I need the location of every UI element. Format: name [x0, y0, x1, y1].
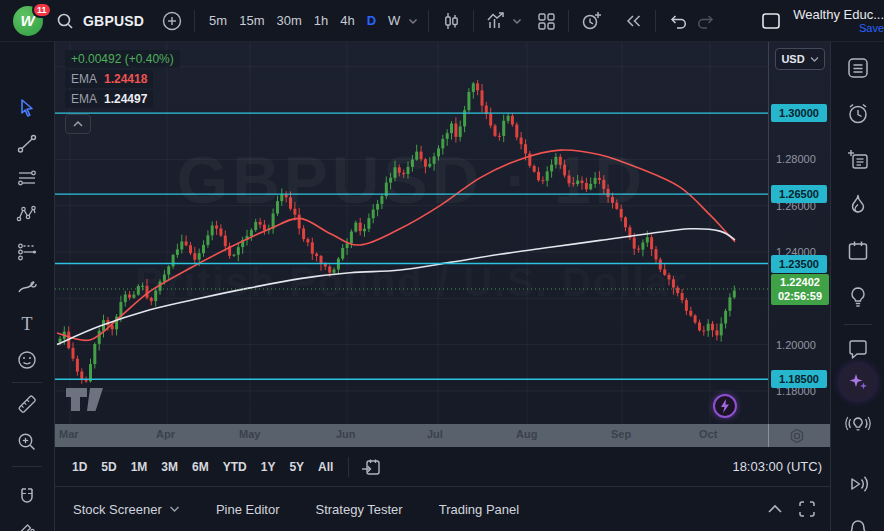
- range-1m[interactable]: 1M: [124, 457, 155, 477]
- sparkles-icon: [846, 370, 870, 394]
- chart-plot[interactable]: GBPUSD · 1D British Pound / U.S. Dollar …: [55, 42, 768, 424]
- ema-slow-row[interactable]: EMA 1.24497: [65, 90, 153, 108]
- add-symbol-button[interactable]: [158, 7, 186, 35]
- date-range-bar: 1D 5D 1M 3M 6M YTD 1Y 5Y All 18:03:00 (U…: [55, 447, 830, 487]
- chat-button[interactable]: [844, 336, 872, 364]
- timeframe-1w[interactable]: W: [382, 10, 406, 31]
- range-3m[interactable]: 3M: [154, 457, 185, 477]
- chart-pane[interactable]: GBPUSD · 1D British Pound / U.S. Dollar …: [55, 42, 830, 424]
- tab-trading-panel[interactable]: Trading Panel: [439, 502, 519, 517]
- play-waves-icon: [845, 471, 871, 497]
- undo-button[interactable]: [664, 7, 692, 35]
- range-5d[interactable]: 5D: [94, 457, 123, 477]
- tab-pine-editor[interactable]: Pine Editor: [216, 502, 280, 517]
- range-ytd[interactable]: YTD: [216, 457, 254, 477]
- save-layout-button[interactable]: Save: [793, 22, 884, 34]
- range-1d[interactable]: 1D: [65, 457, 94, 477]
- level-price-label[interactable]: 1.18500: [771, 370, 827, 388]
- notifications-button[interactable]: [844, 516, 872, 531]
- calendar-icon: [845, 238, 871, 264]
- chart-area: GBPUSD · 1D British Pound / U.S. Dollar …: [55, 42, 830, 531]
- timeframe-1h[interactable]: 1h: [308, 10, 334, 31]
- zoom-in-tool[interactable]: [13, 428, 41, 456]
- redo-button[interactable]: [692, 7, 720, 35]
- calendar-button[interactable]: [844, 237, 872, 265]
- level-price-label[interactable]: 1.30000: [771, 104, 827, 122]
- grid-layout-icon: [535, 10, 557, 32]
- forecast-icon: [15, 239, 39, 263]
- svg-text:T: T: [22, 314, 33, 334]
- bulb-waves-icon: [845, 411, 871, 437]
- measure-tool[interactable]: [13, 390, 41, 418]
- trend-line-tool[interactable]: [13, 130, 41, 158]
- forecast-tool[interactable]: [13, 237, 41, 265]
- alerts-button[interactable]: [844, 100, 872, 128]
- live-ideas-button[interactable]: [844, 410, 872, 438]
- instant-trading-button[interactable]: [713, 394, 737, 418]
- brush-tool[interactable]: [13, 273, 41, 301]
- layout-grid-button[interactable]: [532, 7, 560, 35]
- currency-label: USD: [781, 53, 804, 65]
- tradingview-logo-watermark[interactable]: [66, 388, 104, 412]
- journal-button[interactable]: [844, 146, 872, 174]
- create-alert-button[interactable]: [577, 7, 605, 35]
- text-tool[interactable]: T: [13, 310, 41, 338]
- watchlist-icon: [845, 55, 871, 81]
- timeframe-4h[interactable]: 4h: [334, 10, 360, 31]
- price-axis[interactable]: USD 1.280001.260001.240001.200001.180001…: [768, 42, 830, 424]
- ema-fast-row[interactable]: EMA 1.24418: [65, 70, 153, 88]
- price-change-row[interactable]: +0.00492 (+0.40%): [65, 50, 180, 68]
- text-icon: T: [15, 312, 39, 336]
- time-axis-months: MarAprMayJunJulAugSepOct: [55, 424, 768, 447]
- separator: [194, 10, 195, 32]
- timeframe-30m[interactable]: 30m: [270, 10, 307, 31]
- ideas-button[interactable]: [844, 283, 872, 311]
- timeframe-15m[interactable]: 15m: [233, 10, 270, 31]
- go-to-date-button[interactable]: [357, 453, 385, 481]
- range-6m[interactable]: 6M: [185, 457, 216, 477]
- pencil-lock-icon: [15, 517, 39, 531]
- streams-button[interactable]: [844, 470, 872, 498]
- tab-strategy-tester[interactable]: Strategy Tester: [315, 502, 402, 517]
- time-axis[interactable]: MarAprMayJunJulAugSepOct: [55, 424, 830, 447]
- currency-dropdown[interactable]: USD: [775, 48, 825, 70]
- price-tick: 1.20000: [776, 337, 816, 353]
- range-1y[interactable]: 1Y: [254, 457, 283, 477]
- session-clock[interactable]: 18:03:00 (UTC): [732, 459, 824, 474]
- ai-assistant-button[interactable]: [840, 364, 876, 400]
- timeframe-1d-active[interactable]: D: [361, 10, 382, 31]
- emoji-tool[interactable]: [13, 346, 41, 374]
- tab-stock-screener[interactable]: Stock Screener: [73, 502, 180, 517]
- cursor-tool[interactable]: [13, 94, 41, 122]
- fib-retracement-tool[interactable]: [13, 165, 41, 193]
- xabcd-pattern-tool[interactable]: [13, 200, 41, 228]
- drawing-toolbar: T: [0, 42, 55, 531]
- hotlists-button[interactable]: [844, 191, 872, 219]
- month-label: Apr: [156, 428, 175, 440]
- bar-replay-button[interactable]: [619, 7, 647, 35]
- maximize-panel-icon[interactable]: [798, 500, 816, 518]
- brand-logo[interactable]: W 11: [0, 6, 55, 36]
- layout-name[interactable]: Wealthy Educ...: [793, 8, 884, 22]
- divider: [12, 466, 42, 467]
- timeframe-menu-chevron-icon[interactable]: [406, 14, 420, 28]
- expand-panel-chevron-icon[interactable]: [766, 503, 784, 515]
- range-all[interactable]: All: [311, 457, 340, 477]
- level-price-label[interactable]: 1.23500: [771, 255, 827, 273]
- indicators-button[interactable]: [482, 7, 510, 35]
- legend-collapse-button[interactable]: [65, 114, 91, 134]
- indicators-chevron-icon[interactable]: [510, 14, 524, 28]
- divider: [348, 457, 349, 477]
- chart-style-button[interactable]: [437, 7, 465, 35]
- ruler-icon: [15, 392, 39, 416]
- range-5y[interactable]: 5Y: [282, 457, 311, 477]
- timeframe-5m[interactable]: 5m: [203, 10, 233, 31]
- level-price-label[interactable]: 1.26500: [771, 185, 827, 203]
- tab-stock-screener-label: Stock Screener: [73, 502, 162, 517]
- time-axis-settings-button[interactable]: [787, 426, 807, 446]
- drawing-mode-lock-tool[interactable]: [13, 515, 41, 531]
- layout-square-icon[interactable]: [759, 9, 783, 33]
- symbol-search[interactable]: GBPUSD: [55, 11, 144, 31]
- watchlist-button[interactable]: [844, 54, 872, 82]
- magnet-tool[interactable]: [13, 483, 41, 511]
